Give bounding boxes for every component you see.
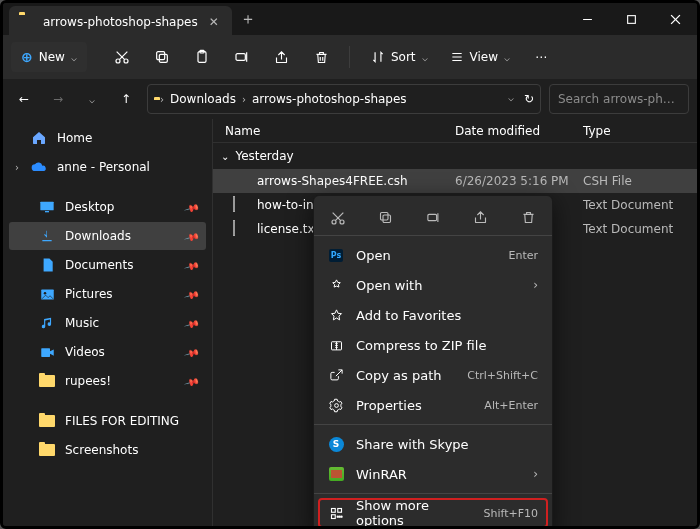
more-button[interactable]: ⋯ <box>524 42 558 72</box>
sidebar-item-screenshots[interactable]: Screenshots <box>9 436 206 464</box>
group-header[interactable]: ⌄ Yesterday <box>213 143 697 169</box>
sidebar-item-label: Documents <box>65 258 133 272</box>
chevron-right-icon: › <box>533 467 538 481</box>
column-type[interactable]: Type <box>571 124 697 138</box>
window-minimize-button[interactable] <box>565 3 609 35</box>
pin-icon: 📌 <box>184 286 200 302</box>
sidebar-item-downloads[interactable]: Downloads📌 <box>9 222 206 250</box>
view-button[interactable]: View ⌵ <box>442 42 518 72</box>
group-label: Yesterday <box>235 149 293 163</box>
menu-divider <box>314 424 552 425</box>
more-options-icon <box>328 505 344 521</box>
context-item-label: Add to Favorites <box>356 308 538 323</box>
pin-icon: 📌 <box>184 315 200 331</box>
title-bar: arrows-photoshop-shapes ✕ ＋ <box>3 3 697 35</box>
search-placeholder: Search arrows-pho… <box>558 92 680 106</box>
sidebar-item-onedrive[interactable]: › anne - Personal <box>9 153 206 181</box>
sidebar-item-videos[interactable]: Videos📌 <box>9 338 206 366</box>
path-icon <box>328 367 344 383</box>
context-item-winrar[interactable]: WinRAR› <box>314 459 552 489</box>
cut-icon[interactable] <box>328 208 348 228</box>
props-icon <box>328 397 344 413</box>
sidebar-item-desktop[interactable]: Desktop📌 <box>9 193 206 221</box>
context-item-properties[interactable]: PropertiesAlt+Enter <box>314 390 552 420</box>
sidebar-item-pictures[interactable]: Pictures📌 <box>9 280 206 308</box>
context-item-label: Properties <box>356 398 472 413</box>
back-button[interactable]: ← <box>11 86 37 112</box>
context-item-show-more[interactable]: Show more options Shift+F10 <box>318 498 548 528</box>
file-name: arrows-Shapes4FREE.csh <box>257 174 455 188</box>
plus-icon: ⊕ <box>21 49 33 65</box>
context-item-hint: Alt+Enter <box>484 399 538 412</box>
chevron-right-icon[interactable]: › <box>15 162 19 173</box>
sidebar-item-music[interactable]: Music📌 <box>9 309 206 337</box>
folder-icon <box>39 413 55 429</box>
context-item-open[interactable]: PsOpenEnter <box>314 240 552 270</box>
sidebar-item-label: rupees! <box>65 374 111 388</box>
refresh-button[interactable]: ↻ <box>524 92 534 106</box>
documents-icon <box>39 257 55 273</box>
tab-title: arrows-photoshop-shapes <box>43 15 198 29</box>
context-item-add-to-favorites[interactable]: Add to Favorites <box>314 300 552 330</box>
sidebar-item-files-for-editing[interactable]: FILES FOR EDITING <box>9 407 206 435</box>
share-icon[interactable] <box>471 208 491 228</box>
file-icon <box>233 221 249 237</box>
context-item-hint: Enter <box>508 249 538 262</box>
pictures-icon <box>39 286 55 302</box>
context-item-label: Share with Skype <box>356 437 538 452</box>
menu-divider <box>314 493 552 494</box>
folder-icon <box>39 373 55 389</box>
breadcrumb-current[interactable]: arrows-photoshop-shapes <box>252 92 407 106</box>
address-bar[interactable]: › Downloads › arrows-photoshop-shapes ⌵ … <box>147 84 541 114</box>
sidebar-item-label: FILES FOR EDITING <box>65 414 179 428</box>
sidebar-item-documents[interactable]: Documents📌 <box>9 251 206 279</box>
navigation-pane: Home › anne - Personal Desktop📌Downloads… <box>3 119 213 526</box>
rename-button[interactable] <box>225 42 259 72</box>
cut-button[interactable] <box>105 42 139 72</box>
context-item-open-with[interactable]: Open with› <box>314 270 552 300</box>
column-headers[interactable]: Name Date modified Type <box>213 119 697 143</box>
paste-button[interactable] <box>185 42 219 72</box>
sidebar-item-label: Home <box>57 131 92 145</box>
svg-rect-22 <box>381 213 389 221</box>
pin-icon: 📌 <box>184 257 200 273</box>
context-item-compress-to-zip-file[interactable]: Compress to ZIP file <box>314 330 552 360</box>
window-tab[interactable]: arrows-photoshop-shapes ✕ <box>9 6 232 38</box>
recent-button[interactable]: ⌵ <box>79 86 105 112</box>
context-item-hint: Shift+F10 <box>483 507 538 520</box>
home-icon <box>31 130 47 146</box>
context-item-share-with-skype[interactable]: SShare with Skype <box>314 429 552 459</box>
context-item-label: Open <box>356 248 496 263</box>
chevron-down-icon[interactable]: ⌵ <box>508 92 514 106</box>
file-row[interactable]: arrows-Shapes4FREE.csh6/26/2023 5:16 PMC… <box>213 169 697 193</box>
sort-button[interactable]: Sort ⌵ <box>363 42 436 72</box>
search-input[interactable]: Search arrows-pho… <box>549 84 689 114</box>
copy-icon[interactable] <box>376 208 396 228</box>
file-date: 6/26/2023 5:16 PM <box>455 174 583 188</box>
window-maximize-button[interactable] <box>609 3 653 35</box>
share-button[interactable] <box>265 42 299 72</box>
delete-icon[interactable] <box>518 208 538 228</box>
column-name[interactable]: Name <box>213 124 443 138</box>
context-item-copy-as-path[interactable]: Copy as pathCtrl+Shift+C <box>314 360 552 390</box>
context-item-label: Show more options <box>356 498 471 528</box>
sidebar-item-home[interactable]: Home <box>9 124 206 152</box>
delete-button[interactable] <box>305 42 339 72</box>
forward-button[interactable]: → <box>45 86 71 112</box>
new-button[interactable]: ⊕ New ⌵ <box>11 42 87 72</box>
up-button[interactable]: ↑ <box>113 86 139 112</box>
file-icon <box>233 197 249 213</box>
pin-icon: 📌 <box>184 228 200 244</box>
sidebar-item-rupees-[interactable]: rupees!📌 <box>9 367 206 395</box>
rename-icon[interactable] <box>423 208 443 228</box>
sidebar-item-label: Desktop <box>65 200 115 214</box>
copy-button[interactable] <box>145 42 179 72</box>
column-date[interactable]: Date modified <box>443 124 571 138</box>
address-row: ← → ⌵ ↑ › Downloads › arrows-photoshop-s… <box>3 79 697 119</box>
context-item-label: WinRAR <box>356 467 521 482</box>
new-tab-button[interactable]: ＋ <box>232 3 264 35</box>
close-tab-icon[interactable]: ✕ <box>206 14 222 30</box>
window-close-button[interactable] <box>653 3 697 35</box>
breadcrumb-downloads[interactable]: Downloads <box>170 92 236 106</box>
sidebar-item-label: Downloads <box>65 229 131 243</box>
